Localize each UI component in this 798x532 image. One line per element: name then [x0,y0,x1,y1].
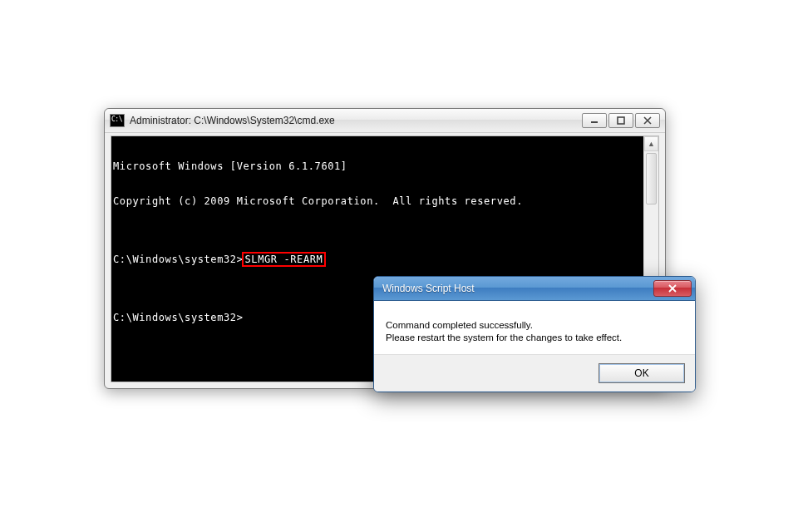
cmd-window-controls [582,113,660,128]
minimize-button[interactable] [582,113,607,128]
command-prompt-icon [110,114,125,127]
scrollbar-thumb[interactable] [646,153,657,204]
dialog-footer: OK [374,354,695,392]
cmd-highlighted-command: SLMGR -REARM [242,252,327,267]
cmd-output-line: Microsoft Windows [Version 6.1.7601] [113,160,642,172]
close-button[interactable] [635,113,660,128]
cmd-output-line: Copyright (c) 2009 Microsoft Corporation… [113,195,642,207]
scrollbar-up-arrow-icon[interactable]: ▲ [644,136,658,151]
svg-rect-0 [591,121,598,123]
maximize-icon [616,116,626,125]
ok-button[interactable]: OK [598,363,685,383]
close-icon [667,284,677,293]
script-host-dialog: Windows Script Host Command completed su… [373,276,696,392]
minimize-icon [589,116,599,125]
dialog-title: Windows Script Host [382,283,653,294]
cmd-prompt-prefix: C:\Windows\system32> [113,254,244,265]
cmd-prompt-line: C:\Windows\system32>SLMGR -REARM [113,254,642,265]
dialog-close-button[interactable] [653,280,692,297]
dialog-titlebar[interactable]: Windows Script Host [374,277,695,301]
dialog-message-line: Please restart the system for the change… [386,332,683,344]
maximize-button[interactable] [608,113,633,128]
dialog-message-line: Command completed successfully. [386,319,683,332]
close-icon [643,116,653,125]
cmd-titlebar[interactable]: Administrator: C:\Windows\System32\cmd.e… [105,109,665,133]
dialog-body: Command completed successfully. Please r… [374,301,695,354]
cmd-window-title: Administrator: C:\Windows\System32\cmd.e… [130,115,582,126]
svg-rect-1 [618,117,624,124]
